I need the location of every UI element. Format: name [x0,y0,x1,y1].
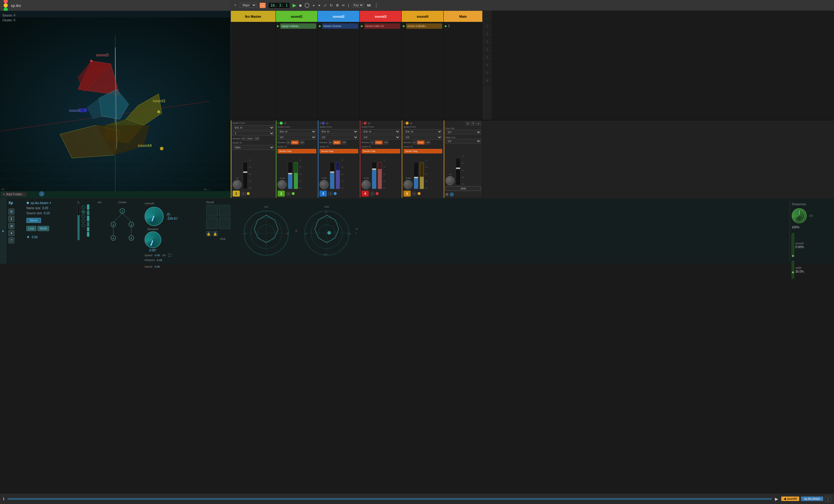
sound4-audio-from-select[interactable]: Ext. In [403,129,442,134]
sound1-header[interactable]: sound1 [276,11,317,22]
clip-sound1-8[interactable] [276,77,317,85]
sound4-fader-track[interactable] [414,162,418,189]
sound4-mon-off-btn[interactable]: Off [425,140,431,144]
clip-sound3-7[interactable] [360,69,401,77]
clip-play-icon[interactable]: ▶ [361,24,363,27]
clip-sound2-8[interactable] [318,77,359,85]
main-play-icon[interactable]: ▶ [445,24,447,27]
sound4-input-select[interactable]: 1/2 [403,135,442,140]
status-bars-btn[interactable]: ⋮ [825,496,831,502]
iko-audio-to-select[interactable]: Main [233,145,274,150]
sound2-sends-only-btn[interactable]: Sends Only [320,149,358,154]
recall-cell-1[interactable] [206,205,218,216]
out-fader-1[interactable] [87,204,89,210]
clip-play-icon[interactable]: ▶ [403,24,405,27]
key-dropdown-arrow[interactable]: ▼ [234,4,237,7]
status-expand-btn[interactable]: ℹ [3,497,4,501]
status-play-btn[interactable]: ▶ [775,497,778,501]
recall-cell-3[interactable] [206,217,218,229]
status-plugin-btn[interactable]: xp.iko.beam [801,497,823,501]
clip-main-4[interactable] [444,46,482,53]
clip-main-3[interactable] [444,38,482,46]
clip-main-6[interactable] [444,61,482,69]
sound1-mon-in-btn[interactable]: In [286,140,291,144]
sound1-solo-btn[interactable]: S [286,192,290,196]
sound2-audio-from-select[interactable]: Ext. In [320,129,358,134]
iko-solo-btn[interactable]: S [241,192,245,196]
sound1-mon-off-btn[interactable]: Off [299,140,305,144]
clip-sound3-1[interactable]: ▶ Atmos Calm 13 [360,22,401,30]
sound2-solo-btn[interactable]: S [328,192,332,196]
clip-sound3-6[interactable] [360,61,401,69]
clip-sound1-5[interactable] [276,53,317,61]
sound1-sends-only-btn[interactable]: Sends Only [278,149,316,154]
sound3-solo-btn[interactable]: S [370,192,374,196]
main-out-select[interactable]: 1/2 [445,139,481,143]
iko-mon-off-btn[interactable]: Off [254,137,260,140]
lock-btn-2[interactable]: 🔒 [213,231,218,236]
out-fader-6[interactable] [87,232,89,237]
sound3-fader-track[interactable] [372,162,376,189]
sound2-header[interactable]: sound2 [318,11,359,22]
clip-slot-iko-8[interactable] [231,77,276,85]
sound3-mon-off-btn[interactable]: Off [383,140,389,144]
width-toggle-btn[interactable]: Width [38,226,49,231]
window-controls[interactable] [4,0,8,12]
stop-button[interactable]: ■ [299,3,302,8]
clip-agogo[interactable]: Agogo Atabaq... [280,23,316,29]
transport-mode-btn[interactable]: → [260,3,266,8]
width-slider[interactable] [792,261,794,279]
clip-sound3-3[interactable] [360,38,401,46]
sound4-sends-only-btn[interactable]: Sends Only [403,149,442,154]
recall-cell-2[interactable] [219,205,230,216]
sound2-mon-off-btn[interactable]: Off [341,140,347,144]
out-fader-5[interactable] [87,227,89,231]
sound3-audio-from-select[interactable]: Ext. In [361,129,400,134]
sound1-fader-track[interactable] [288,162,292,189]
xp-compass-btn[interactable]: ✦ [8,230,15,236]
clip-sound4-7[interactable] [402,69,443,77]
sound2-mon-in-btn[interactable]: In [328,140,333,144]
clip-akeem[interactable]: Akeem Groove [322,23,358,29]
recall-cell-4[interactable] [219,217,230,229]
grid-view-btn[interactable]: ⊞ [465,122,470,125]
clip-sound2-3[interactable] [318,38,359,46]
clip-slot-iko-2[interactable] [231,30,276,38]
cue-out-select[interactable]: 1/2 [445,130,481,135]
clip-sound2-7[interactable] [318,69,359,77]
clip-sound2-5[interactable] [318,53,359,61]
sound3-sends-only-btn[interactable]: Sends Only [361,149,400,154]
clip-slot-iko-5[interactable] [231,53,276,61]
clip-atmos-calm[interactable]: Atmos Calm 13 [364,23,400,29]
pencil-icon[interactable]: ✏ [342,3,345,7]
clip-sound1-3[interactable] [276,38,317,46]
list-view-btn[interactable]: ☰ [471,122,476,125]
clip-main-7[interactable] [444,69,482,77]
xp-settings-btn[interactable]: ⚙ [8,209,15,214]
clip-slot-iko-7[interactable] [231,69,276,77]
clip-sound2-1[interactable]: ▶ Akeem Groove [318,22,359,30]
clip-sound4-1[interactable]: ▶ Atmos Colludin... [402,22,443,30]
sound3-input-select[interactable]: 1/2 [361,135,400,140]
xp-help-btn[interactable]: ? [8,237,15,243]
iko-mon-in-btn[interactable]: In [241,137,246,140]
clip-sound1-1[interactable]: ▶ Agogo Atabaq... [276,22,317,30]
clip-sound4-5[interactable] [402,53,443,61]
sound3-volume-knob[interactable] [361,180,371,189]
clip-play-icon[interactable]: ▶ [277,24,279,27]
iko-audio-from-select[interactable]: Ext. In [233,125,274,130]
clip-slot-iko-1[interactable] [231,22,276,30]
xp-info-btn[interactable]: ℹ [8,216,15,222]
sound3-track-num[interactable]: 4 [361,190,369,197]
minimize-button[interactable] [4,3,8,7]
clip-sound3-5[interactable] [360,53,401,61]
main-header[interactable]: Main [444,11,482,22]
expand-btn[interactable]: ► [476,122,481,125]
sound3-mon-in-btn[interactable]: In [370,140,375,144]
add-icon[interactable]: + [312,3,315,8]
iko-master-header[interactable]: Iko Master [231,11,276,22]
sound2-input-select[interactable]: 1/2 [320,135,358,140]
clip-sound4-4[interactable] [402,46,443,53]
clip-main-5[interactable] [444,53,482,61]
azimuth-knob[interactable] [145,207,164,226]
